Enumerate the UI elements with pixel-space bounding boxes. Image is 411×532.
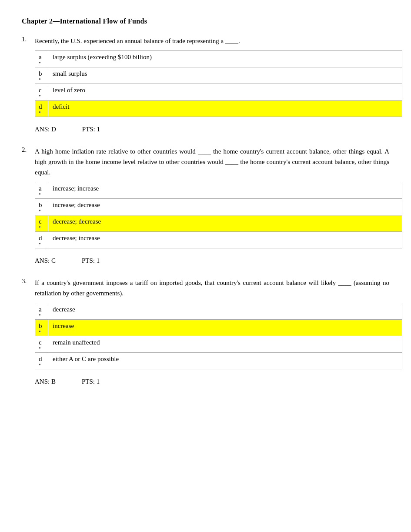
option-dot: ●	[39, 242, 44, 245]
option-dot: ●	[39, 225, 44, 229]
option-letter-text: d	[39, 103, 42, 110]
option-row-2-3: c●decrease; decrease	[35, 215, 402, 232]
question-block-1: 1.Recently, the U.S. experienced an annu…	[22, 36, 389, 133]
option-letter-1-4: d●	[35, 100, 48, 117]
option-row-1-3: c●level of zero	[35, 84, 402, 100]
option-row-3-1: a●decrease	[35, 303, 402, 320]
option-letter-1-3: c●	[35, 84, 48, 100]
option-text-2-1: increase; increase	[48, 182, 402, 199]
ans-label-2: ANS: C	[35, 257, 56, 264]
option-row-3-2: b●increase	[35, 320, 402, 336]
option-letter-text: d	[39, 234, 42, 241]
option-text-1-2: small surplus	[48, 67, 402, 84]
option-letter-2-2: b●	[35, 199, 48, 215]
option-letter-3-2: b●	[35, 320, 48, 336]
chapter-title: Chapter 2—International Flow of Funds	[22, 17, 389, 25]
question-text-3: If a country's government imposes a tari…	[35, 278, 389, 298]
option-letter-text: c	[39, 218, 42, 225]
pts-label-2: PTS: 1	[82, 257, 100, 264]
question-block-2: 2.A high home inflation rate relative to…	[22, 146, 389, 264]
option-row-2-4: d●decrease; increase	[35, 232, 402, 248]
option-text-2-4: decrease; increase	[48, 232, 402, 248]
option-dot: ●	[39, 61, 44, 64]
option-letter-text: c	[39, 87, 42, 94]
option-letter-text: a	[39, 306, 42, 313]
option-row-2-1: a●increase; increase	[35, 182, 402, 199]
option-dot: ●	[39, 313, 44, 317]
options-table-2: a●increase; increaseb●increase; decrease…	[35, 182, 402, 248]
option-letter-1-2: b●	[35, 67, 48, 84]
option-text-2-2: increase; decrease	[48, 199, 402, 215]
option-row-1-1: a●large surplus (exceeding $100 billion)	[35, 51, 402, 67]
question-row-2: 2.A high home inflation rate relative to…	[22, 146, 389, 177]
question-number-3: 3.	[22, 278, 35, 298]
option-letter-1-1: a●	[35, 51, 48, 67]
pts-label-1: PTS: 1	[82, 126, 100, 133]
option-row-3-4: d●either A or C are possible	[35, 353, 402, 369]
option-text-1-4: deficit	[48, 100, 402, 117]
question-number-2: 2.	[22, 146, 35, 177]
option-letter-text: d	[39, 355, 42, 362]
option-letter-text: a	[39, 185, 42, 192]
option-letter-text: b	[39, 201, 42, 208]
question-text-2: A high home inflation rate relative to o…	[35, 146, 389, 177]
option-dot: ●	[39, 110, 44, 114]
option-letter-text: b	[39, 322, 42, 329]
question-row-3: 3.If a country's government imposes a ta…	[22, 278, 389, 298]
option-text-3-2: increase	[48, 320, 402, 336]
option-letter-text: a	[39, 54, 42, 60]
ans-line-1: ANS: DPTS: 1	[35, 126, 389, 133]
option-dot: ●	[39, 209, 44, 212]
option-letter-3-4: d●	[35, 353, 48, 369]
option-dot: ●	[39, 346, 44, 350]
option-text-2-3: decrease; decrease	[48, 215, 402, 232]
option-dot: ●	[39, 330, 44, 333]
option-text-1-3: level of zero	[48, 84, 402, 100]
ans-line-3: ANS: BPTS: 1	[35, 378, 389, 385]
question-row-1: 1.Recently, the U.S. experienced an annu…	[22, 36, 389, 46]
option-letter-text: c	[39, 339, 42, 346]
option-row-2-2: b●increase; decrease	[35, 199, 402, 215]
questions-container: 1.Recently, the U.S. experienced an annu…	[22, 36, 389, 385]
option-letter-2-1: a●	[35, 182, 48, 199]
option-letter-2-4: d●	[35, 232, 48, 248]
ans-label-3: ANS: B	[35, 378, 56, 385]
option-letter-2-3: c●	[35, 215, 48, 232]
option-letter-3-1: a●	[35, 303, 48, 320]
option-text-1-1: large surplus (exceeding $100 billion)	[48, 51, 402, 67]
option-row-3-3: c●remain unaffected	[35, 336, 402, 353]
option-text-3-4: either A or C are possible	[48, 353, 402, 369]
question-text-1: Recently, the U.S. experienced an annual…	[35, 36, 389, 46]
ans-label-1: ANS: D	[35, 126, 56, 133]
option-dot: ●	[39, 192, 44, 196]
question-block-3: 3.If a country's government imposes a ta…	[22, 278, 389, 385]
option-letter-text: b	[39, 70, 42, 77]
option-letter-3-3: c●	[35, 336, 48, 353]
options-table-3: a●decreaseb●increasec●remain unaffectedd…	[35, 303, 402, 369]
option-row-1-4: d●deficit	[35, 100, 402, 117]
option-row-1-2: b●small surplus	[35, 67, 402, 84]
option-text-3-3: remain unaffected	[48, 336, 402, 353]
option-text-3-1: decrease	[48, 303, 402, 320]
options-table-1: a●large surplus (exceeding $100 billion)…	[35, 50, 402, 117]
ans-line-2: ANS: CPTS: 1	[35, 257, 389, 264]
pts-label-3: PTS: 1	[82, 378, 100, 385]
option-dot: ●	[39, 77, 44, 81]
option-dot: ●	[39, 363, 44, 366]
question-number-1: 1.	[22, 36, 35, 46]
option-dot: ●	[39, 94, 44, 97]
